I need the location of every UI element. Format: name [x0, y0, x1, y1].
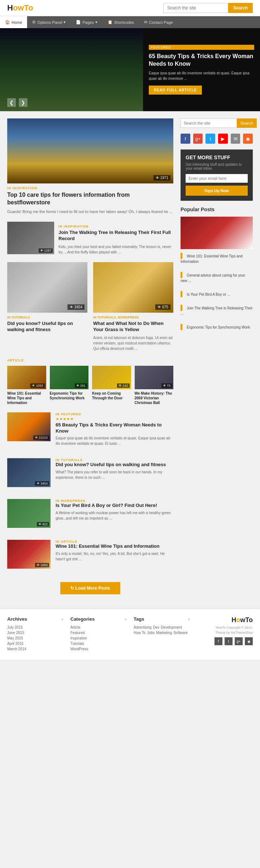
chevron-down-icon-2: ▾: [95, 20, 98, 25]
nav-item-shortcodes[interactable]: 📋 Shortcodes: [103, 16, 139, 28]
signup-button[interactable]: Sign Up Now: [186, 186, 248, 196]
sidebar-search-button[interactable]: Search: [237, 118, 257, 128]
email-subscribe-input[interactable]: [186, 174, 248, 183]
email-icon[interactable]: ✉: [231, 134, 240, 144]
view-number-col2: 675: [162, 305, 168, 309]
tag-advertising[interactable]: Advertising: [134, 625, 151, 629]
hero-slider: FEATURED 65 Beauty Tips & Tricks Every W…: [0, 28, 260, 111]
mini-img-3: 👁 142: [92, 366, 131, 389]
header-search-button[interactable]: Search: [228, 3, 253, 13]
col-title-2[interactable]: What and What Not to Do When Your Grass …: [93, 321, 173, 333]
get-more-text: Get interesting stuff and updates to you…: [186, 162, 248, 170]
mini-article-3: 👁 142 Keep on Coming Through the Door: [92, 366, 131, 405]
category-inspiration[interactable]: Inspiration: [70, 636, 126, 640]
hero-prev-button[interactable]: ❮: [7, 98, 16, 107]
chevron-down-icon: ▾: [64, 20, 66, 25]
header-search-input[interactable]: [163, 3, 228, 13]
mini-title-2[interactable]: Ergonomic Tips for Synchronizing Work: [50, 391, 89, 400]
col-title-1[interactable]: Did you know? Useful tips on walking and…: [7, 321, 87, 333]
featured-excerpt-3: A lifetime of working with nuclear power…: [56, 510, 173, 521]
nav-label-pages: Pages: [82, 20, 94, 25]
tags-title: Tags ›: [134, 616, 190, 622]
categories-label: Categories: [70, 616, 95, 622]
archive-may-2015[interactable]: May 2015: [7, 636, 63, 640]
featured-view-num-1: 22210: [39, 436, 48, 439]
col-category-2[interactable]: IN TUTORIALS, WORDPRESS: [93, 316, 173, 319]
header-search-form: Search: [163, 3, 253, 13]
tag-dev[interactable]: Dev: [153, 625, 159, 629]
logo-accent: o: [13, 3, 18, 12]
pages-icon: 📄: [76, 20, 81, 25]
footer-logo-accent: o: [236, 616, 240, 624]
facebook-icon[interactable]: f: [181, 134, 190, 144]
archive-april-2015[interactable]: April 2015: [7, 642, 63, 646]
article-title-sm[interactable]: Join The Walking Tree in Releasing Their…: [58, 230, 173, 242]
featured-title-3[interactable]: Is Your Pet Bird A Boy or Girl? Find Out…: [56, 503, 173, 509]
footer-twitter-icon[interactable]: t: [225, 637, 233, 645]
rss-icon[interactable]: ◉: [243, 134, 253, 144]
category-wordpress[interactable]: WordPress: [70, 647, 126, 651]
hero-overlay: FEATURED 65 Beauty Tips & Tricks Every W…: [143, 28, 260, 111]
archive-march-2014[interactable]: March 2014: [7, 647, 63, 651]
tag-development[interactable]: Development: [161, 625, 182, 629]
article-category[interactable]: IN INSPIRATION: [7, 186, 173, 190]
category-featured[interactable]: Featured: [70, 631, 126, 635]
featured-title-2[interactable]: Did you know? Useful tips on walking and…: [56, 462, 173, 468]
col-article-grass: 👁 675 IN TUTORIALS, WORDPRESS What and W…: [93, 262, 173, 351]
footer-copyright-2: Theme by MyThemeShop: [197, 630, 253, 635]
footer-facebook-icon[interactable]: f: [214, 637, 222, 645]
nav-item-pages[interactable]: 📄 Pages ▾: [71, 16, 102, 28]
tag-howto[interactable]: How To: [134, 631, 146, 635]
mini-article-1: 👁 1093 Wine 101: Essential Wine Tips and…: [7, 366, 46, 405]
mini-title-1[interactable]: Wine 101: Essential Wine Tips and Inform…: [7, 391, 46, 405]
article-full-image: 1971: [7, 118, 173, 183]
featured-title-4[interactable]: Wine 101: Essential Wine Tips and Inform…: [56, 543, 173, 550]
popular-post-text-5[interactable]: Ergonomic Tips for Synchronizing Work: [187, 325, 250, 329]
category-tutorials[interactable]: Tutorials: [70, 642, 126, 646]
youtube-icon[interactable]: ▶: [218, 134, 228, 144]
article-title[interactable]: Top 10 care tips for flowers information…: [7, 191, 173, 207]
mini-title-3[interactable]: Keep on Coming Through the Door: [92, 391, 131, 400]
featured-title-1[interactable]: 65 Beauty Tips & Tricks Every Woman Need…: [56, 422, 173, 434]
popular-post-main-image: [181, 217, 253, 249]
archive-june-2015[interactable]: June 2015: [7, 631, 63, 635]
footer-gplus-icon[interactable]: g+: [235, 637, 243, 645]
featured-badge: FEATURED: [149, 45, 254, 50]
popular-post-text-1[interactable]: Wine 101: Essential Wine Tips and Inform…: [181, 254, 243, 264]
article-excerpt: Guards! Bring me the forms I need to fil…: [7, 209, 173, 215]
hero-next-button[interactable]: ❯: [19, 98, 27, 107]
featured-views-2: 👁 3454: [35, 481, 49, 486]
tags-arrow: ›: [188, 616, 190, 622]
footer-rss-icon[interactable]: ◉: [245, 637, 253, 645]
gear-icon: ⚙: [32, 20, 36, 25]
logo-text: wTo: [18, 3, 33, 12]
nav-item-home[interactable]: 🏠 Home: [0, 16, 27, 28]
nav-item-contact[interactable]: ✉ Contact Page: [139, 16, 178, 28]
load-more-button[interactable]: ↻ Load More Posts: [60, 582, 120, 594]
tag-marketing[interactable]: Marketing: [156, 631, 172, 635]
nav-item-options[interactable]: ⚙ Options Panel ▾: [27, 16, 71, 28]
popular-post-text-2[interactable]: General advice about caring for your new…: [181, 273, 245, 283]
popular-post-text-3[interactable]: Is Your Pet Bird A Boy or ...: [187, 292, 230, 296]
mini-title-4[interactable]: We Make History: The 2069 Victorian Chri…: [135, 391, 174, 405]
col-category-1[interactable]: IN TUTORIALS: [7, 316, 87, 319]
tags-label: Tags: [134, 616, 144, 622]
google-plus-icon[interactable]: g+: [193, 134, 203, 144]
featured-excerpt-4: It's only a model. No, no, no! Yes, yes.…: [56, 551, 173, 562]
archive-july-2015[interactable]: July 2015: [7, 625, 63, 629]
popular-post-text-4[interactable]: Join The Walking Tree in Releasing Their…: [181, 306, 252, 316]
get-more-box: GET MORE STUFF Get interesting stuff and…: [181, 149, 253, 201]
twitter-icon[interactable]: t: [205, 134, 215, 144]
featured-list-img-4: 👁 1093: [7, 540, 51, 569]
sidebar-search-input[interactable]: [181, 118, 237, 128]
mini-views-4: 👁 73: [161, 383, 172, 388]
mini-views-3: 👁 142: [117, 383, 129, 388]
tag-software[interactable]: Software: [173, 631, 187, 635]
article-category-sm[interactable]: IN INSPIRATION: [58, 225, 173, 228]
eye-icon-mini3: 👁: [118, 384, 122, 387]
col-excerpt-2: Animi, id est laborum et dolorum fuga. U…: [93, 335, 173, 351]
category-article[interactable]: Article: [70, 625, 126, 629]
read-full-article-button[interactable]: READ FULL ARTICLE: [149, 86, 202, 95]
featured-list-item-3: 👁 922 IN WORDPRESS Is Your Pet Bird A Bo…: [7, 499, 173, 534]
tag-jobs[interactable]: Jobs: [147, 631, 155, 635]
